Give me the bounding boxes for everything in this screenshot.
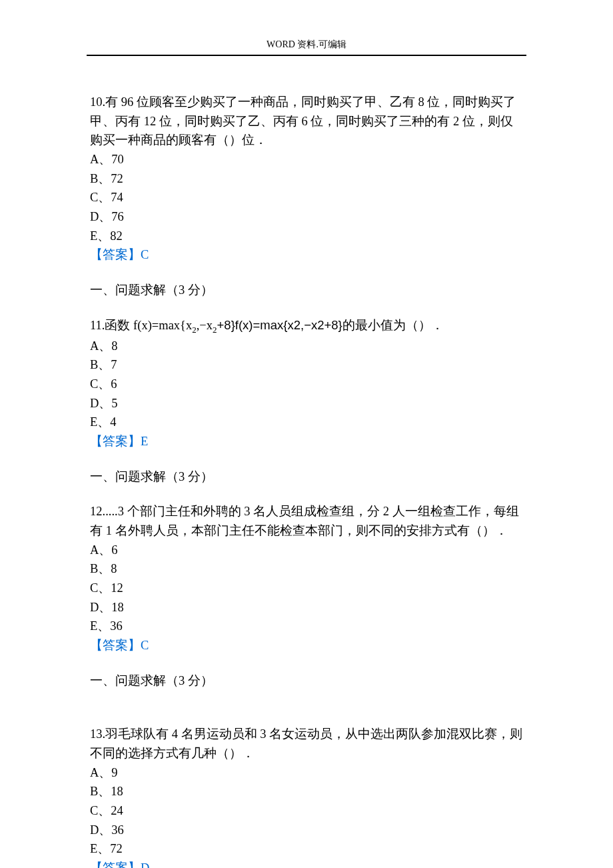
header-text: WORD 资料.可编辑: [267, 39, 346, 49]
spacer: [90, 706, 523, 725]
option-e: E、82: [90, 227, 523, 246]
option-a: A、8: [90, 337, 523, 356]
section-label: 一、问题求解（3 分）: [90, 467, 523, 487]
option-e: E、72: [90, 839, 523, 859]
option-d: D、76: [90, 207, 523, 227]
option-a: A、70: [90, 150, 523, 169]
option-c: C、12: [90, 579, 523, 598]
answer: 【答案】C: [90, 248, 149, 261]
section-label: 一、问题求解（3 分）: [90, 671, 523, 691]
option-b: B、18: [90, 782, 523, 801]
option-e: E、36: [90, 617, 523, 636]
question-10: 10.有 96 位顾客至少购买了一种商品，同时购买了甲、乙有 8 位，同时购买了…: [90, 93, 523, 265]
document-content: 10.有 96 位顾客至少购买了一种商品，同时购买了甲、乙有 8 位，同时购买了…: [0, 56, 613, 868]
option-a: A、6: [90, 541, 523, 560]
page-header: WORD 资料.可编辑: [0, 0, 613, 55]
option-a: A、9: [90, 763, 523, 783]
answer: 【答案】C: [90, 639, 149, 652]
option-c: C、74: [90, 188, 523, 207]
option-b: B、7: [90, 355, 523, 375]
answer: 【答案】E: [90, 435, 148, 448]
question-12: 12.....3 个部门主任和外聘的 3 名人员组成检查组，分 2 人一组检查工…: [90, 502, 523, 655]
answer: 【答案】D: [90, 861, 149, 868]
option-e: E、4: [90, 413, 523, 432]
question-text: 13.羽毛球队有 4 名男运动员和 3 名女运动员，从中选出两队参加混双比赛，则…: [90, 725, 523, 763]
option-b: B、72: [90, 169, 523, 189]
question-11: 11.函数 f(x)=max{x2,−x2+8}f(x)=max{x2,−x2+…: [90, 316, 523, 451]
option-d: D、18: [90, 598, 523, 617]
question-text: 12.....3 个部门主任和外聘的 3 名人员组成检查组，分 2 人一组检查工…: [90, 502, 523, 540]
question-text: 10.有 96 位顾客至少购买了一种商品，同时购买了甲、乙有 8 位，同时购买了…: [90, 93, 523, 150]
option-c: C、24: [90, 801, 523, 821]
question-13: 13.羽毛球队有 4 名男运动员和 3 名女运动员，从中选出两队参加混双比赛，则…: [90, 725, 523, 868]
option-d: D、36: [90, 821, 523, 840]
section-label: 一、问题求解（3 分）: [90, 281, 523, 300]
option-c: C、6: [90, 375, 523, 394]
option-b: B、8: [90, 559, 523, 579]
option-d: D、5: [90, 394, 523, 413]
question-text: 11.函数 f(x)=max{x2,−x2+8}f(x)=max{x2,−x2+…: [90, 316, 523, 337]
